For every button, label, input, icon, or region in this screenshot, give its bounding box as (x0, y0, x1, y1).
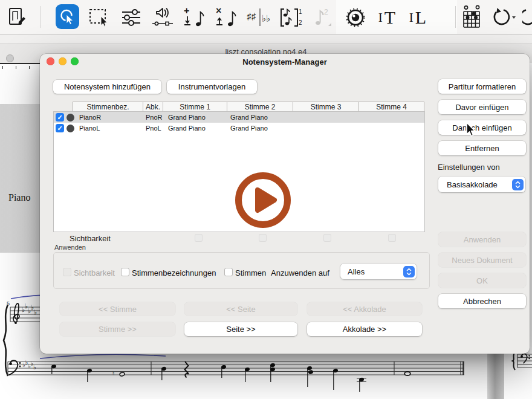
playback-routing-icon (151, 7, 175, 28)
visibility-checkbox-stimme4[interactable] (388, 234, 396, 242)
column-header[interactable]: Stimme 3 (293, 102, 359, 112)
visibility-checkbox-stimme1[interactable] (195, 234, 203, 242)
prev-voice-button[interactable]: << Stimme (60, 302, 175, 316)
smart-select-tool[interactable] (56, 4, 79, 29)
staff-name: PianoR (79, 114, 101, 121)
svg-text:♮: ♮ (112, 370, 115, 377)
visibility-label: Sichtbarkeit (70, 234, 111, 243)
slur (40, 354, 166, 358)
eye-tool[interactable] (343, 4, 368, 31)
note-value-2-tool[interactable]: 2 (311, 4, 333, 31)
add-note-tool[interactable]: + (183, 4, 207, 31)
delete-note-tool[interactable]: × (215, 4, 239, 31)
column-header[interactable]: Stimme 2 (227, 102, 293, 112)
insert-before-button[interactable]: Davor einfügen (438, 100, 526, 114)
next-system-button[interactable]: Akkolade >> (307, 322, 422, 336)
remove-button[interactable]: Entfernen (438, 141, 526, 155)
eye-icon (344, 6, 367, 29)
row-visibility-checkbox[interactable]: ✓ (56, 124, 64, 132)
staff-voice1: Grand Piano (168, 125, 206, 132)
table-header: Stimmenbez. Abk. Stimme 1 Stimme 2 Stimm… (73, 102, 424, 112)
staff-color-dot[interactable] (66, 125, 74, 132)
column-header[interactable]: Stimme 1 (163, 102, 227, 112)
voices-label: Stimmen (235, 268, 266, 277)
add-staff-button[interactable]: Notensystem hinzufügen (53, 80, 161, 94)
column-header[interactable]: Stimmenbez. (73, 102, 143, 112)
visibility-checkbox-stimme3[interactable] (323, 234, 331, 242)
play-button[interactable] (235, 172, 291, 228)
apply-visibility-checkbox[interactable] (63, 268, 71, 276)
marquee-select-icon (88, 7, 111, 28)
undo-icon (489, 7, 517, 28)
staff-name: PianoL (79, 125, 100, 132)
redo-button[interactable] (522, 4, 532, 31)
page-setup-icon (5, 6, 27, 29)
treble-clef (13, 303, 19, 324)
select-stepper-icon (403, 266, 415, 277)
delete-note-icon: × (215, 6, 238, 29)
table-row[interactable]: ✓ PianoL PnoL Grand Piano Grand Piano (54, 123, 424, 134)
apply-to-select[interactable]: Alles (340, 264, 417, 279)
format-score-button[interactable]: Partitur formatieren (438, 79, 526, 94)
undo-button[interactable] (488, 4, 517, 31)
svg-text:2: 2 (299, 19, 302, 26)
voices-checkbox[interactable] (224, 268, 233, 276)
measure-number: 5 (7, 300, 10, 307)
staff-voice2: Grand Piano (230, 114, 268, 121)
text-tool-i-glyph: I (378, 11, 383, 24)
page-setup-tool[interactable] (4, 4, 29, 31)
svg-text:♯♯: ♯♯ (247, 11, 256, 21)
bass-key-signature: ♭♭ ♭♭ ♭ (22, 359, 36, 371)
playback-routing-tool[interactable] (151, 4, 176, 31)
next-page-system (513, 352, 532, 370)
voice-names-checkbox[interactable] (121, 268, 129, 276)
accidentals-icon: ♯♯ ♭♭ (246, 6, 271, 29)
select-stepper-icon (512, 179, 524, 190)
ruler-tick (29, 66, 30, 69)
table-row[interactable]: ✓ PianoR PnoR Grand Piano Grand Piano (54, 112, 424, 123)
column-header[interactable]: Abk. (143, 102, 163, 112)
system-brace (4, 305, 8, 376)
staff-abbr: PnoL (146, 125, 161, 132)
staff-voice1: Grand Piano (168, 114, 206, 121)
lyrics-tool[interactable]: I L (404, 4, 432, 31)
filters-tool[interactable] (119, 4, 143, 31)
notensystem-manager-dialog: Notensystem-Manager Notensystem hinzufüg… (40, 54, 530, 354)
visibility-checkbox-stimme2[interactable] (259, 234, 267, 242)
apply-to-value: Alles (340, 267, 365, 276)
window-chrome-strip (0, 35, 532, 44)
background-window-traffic-light[interactable] (6, 54, 14, 62)
prev-page-button[interactable]: << Seite (184, 302, 297, 316)
new-document-button[interactable]: Neues Dokument (438, 253, 526, 267)
fretboard-tool[interactable] (458, 4, 484, 31)
score-gray-region (0, 104, 40, 253)
marquee-select-tool[interactable] (88, 4, 112, 31)
prev-system-button[interactable]: << Akkolade (307, 302, 422, 316)
column-header[interactable]: Stimme 4 (358, 102, 424, 112)
fretboard-icon (459, 5, 483, 30)
next-page-button[interactable]: Seite >> (184, 322, 297, 336)
apply-button[interactable]: Anwenden (438, 232, 526, 247)
lyrics-tool-l-glyph: L (415, 8, 426, 27)
accidentals-tool[interactable]: ♯♯ ♭♭ (245, 4, 272, 31)
screen: + × ♯♯ ♭♭ (0, 0, 532, 399)
instrument-label: Piano (8, 192, 30, 203)
cancel-button[interactable]: Abbrechen (438, 294, 526, 308)
settings-from-select[interactable]: Basisakkolade (438, 177, 525, 192)
ok-button[interactable]: OK (438, 273, 526, 288)
voices-tool[interactable]: 1 2 (278, 4, 305, 31)
lyrics-tool-i-glyph: I (409, 11, 414, 24)
instrument-templates-button[interactable]: Instrumentvorlagen (167, 80, 257, 94)
next-voice-button[interactable]: Stimme >> (60, 322, 175, 336)
text-tool[interactable]: I T (373, 4, 401, 31)
row-visibility-checkbox[interactable]: ✓ (56, 113, 64, 122)
voice-names-label: Stimmenbezeichnungen (132, 268, 216, 277)
svg-text:1: 1 (299, 8, 302, 15)
staff-color-dot[interactable] (66, 114, 74, 122)
svg-text:2: 2 (324, 8, 328, 16)
apply-group-label: Anwenden (54, 244, 86, 251)
main-toolbar: + × ♯♯ ♭♭ (0, 0, 532, 35)
note-value-2-icon: 2 (312, 6, 332, 29)
insert-after-button[interactable]: Danach einfügen (438, 120, 526, 135)
apply-to-label: Anzuwenden auf (271, 268, 329, 277)
